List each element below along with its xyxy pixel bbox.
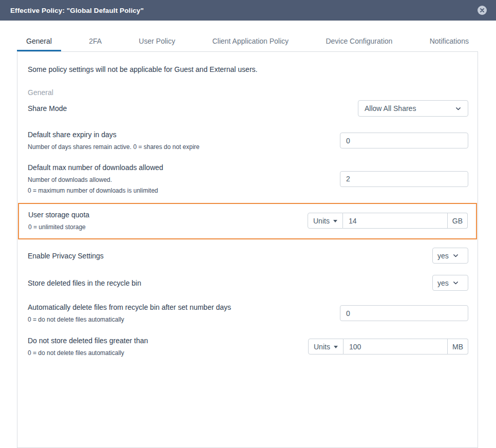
storage-quota-label: User storage quota: [28, 211, 89, 219]
auto-delete-label: Automatically delete files from recycle …: [28, 303, 231, 311]
share-mode-select[interactable]: Allow All Shares: [358, 100, 468, 117]
storage-quota-unit-suffix: GB: [448, 213, 468, 229]
max-downloads-help-1: Number of downloads allowed.: [28, 176, 163, 183]
share-mode-label: Share Mode: [28, 104, 67, 113]
privacy-label: Enable Privacy Settings: [28, 252, 104, 260]
recycle-bin-value: yes: [437, 279, 449, 287]
storage-quota-units-label: Units: [313, 217, 330, 225]
share-mode-row: Share Mode Allow All Shares: [28, 100, 468, 117]
section-label-general: General: [28, 88, 468, 97]
general-tab-panel: Some policy settings will not be applica…: [17, 51, 478, 448]
auto-delete-row: Automatically delete files from recycle …: [28, 303, 468, 323]
recycle-bin-select[interactable]: yes: [432, 275, 468, 291]
storage-quota-units-button[interactable]: Units: [308, 213, 343, 229]
max-deleted-size-units-group: Units MB: [308, 339, 468, 354]
max-deleted-size-help: 0 = do not delete files automatically: [28, 349, 148, 357]
storage-quota-input[interactable]: [343, 213, 448, 229]
max-deleted-size-row: Do not store deleted files greater than …: [28, 337, 468, 357]
recycle-bin-row: Store deleted files in the recycle bin y…: [28, 275, 468, 291]
auto-delete-help: 0 = do not delete files automatically: [28, 316, 231, 323]
caret-down-icon: [333, 220, 337, 222]
caret-down-icon: [334, 346, 338, 348]
tab-device-configuration[interactable]: Device Configuration: [316, 32, 402, 51]
dialog-title: Effective Policy: "Global Default Policy…: [10, 7, 144, 14]
max-deleted-size-units-button[interactable]: Units: [308, 339, 344, 354]
chevron-down-icon: [452, 252, 459, 259]
max-deleted-size-unit-suffix: MB: [448, 339, 468, 354]
recycle-bin-label: Store deleted files in the recycle bin: [28, 279, 141, 287]
storage-quota-row: User storage quota 0 = unlimited storage…: [28, 211, 468, 231]
privacy-row: Enable Privacy Settings yes: [28, 248, 468, 264]
share-expiry-input[interactable]: [340, 133, 468, 148]
chevron-down-icon: [452, 279, 459, 286]
share-expiry-help: Number of days shares remain active. 0 =…: [28, 143, 200, 151]
max-downloads-text: Default max number of downloads allowed …: [28, 163, 163, 194]
privacy-select[interactable]: yes: [432, 248, 468, 264]
tab-bar: General 2FA User Policy Client Applicati…: [17, 32, 478, 51]
max-downloads-help-2: 0 = maximum number of downloads is unlim…: [28, 187, 163, 194]
auto-delete-text: Automatically delete files from recycle …: [28, 303, 231, 323]
auto-delete-input[interactable]: [340, 305, 468, 321]
tab-2fa[interactable]: 2FA: [80, 32, 111, 51]
tab-notifications[interactable]: Notifications: [421, 32, 478, 51]
share-expiry-row: Default share expiry in days Number of d…: [28, 130, 468, 151]
storage-quota-text: User storage quota 0 = unlimited storage: [28, 211, 89, 231]
storage-quota-help: 0 = unlimited storage: [28, 223, 89, 231]
storage-quota-highlight: User storage quota 0 = unlimited storage…: [18, 203, 477, 239]
share-expiry-label: Default share expiry in days: [28, 130, 200, 139]
chevron-down-icon: [455, 105, 462, 112]
tab-user-policy[interactable]: User Policy: [129, 32, 184, 51]
share-mode-value: Allow All Shares: [365, 104, 416, 113]
tab-general[interactable]: General: [17, 32, 61, 51]
close-button[interactable]: [478, 6, 487, 15]
max-deleted-size-input[interactable]: [344, 339, 448, 354]
storage-quota-units-group: Units GB: [308, 213, 468, 229]
privacy-value: yes: [437, 252, 449, 260]
max-deleted-size-label: Do not store deleted files greater than: [28, 337, 148, 345]
max-deleted-size-text: Do not store deleted files greater than …: [28, 337, 148, 357]
dialog-header: Effective Policy: "Global Default Policy…: [0, 0, 496, 21]
max-deleted-size-units-label: Units: [314, 343, 330, 351]
max-downloads-label: Default max number of downloads allowed: [28, 163, 163, 172]
policy-notice: Some policy settings will not be applica…: [28, 65, 468, 73]
tab-client-application-policy[interactable]: Client Application Policy: [203, 32, 298, 51]
max-downloads-row: Default max number of downloads allowed …: [28, 163, 468, 194]
max-downloads-input[interactable]: [340, 171, 468, 187]
share-expiry-text: Default share expiry in days Number of d…: [28, 130, 200, 151]
close-icon: [480, 8, 485, 13]
